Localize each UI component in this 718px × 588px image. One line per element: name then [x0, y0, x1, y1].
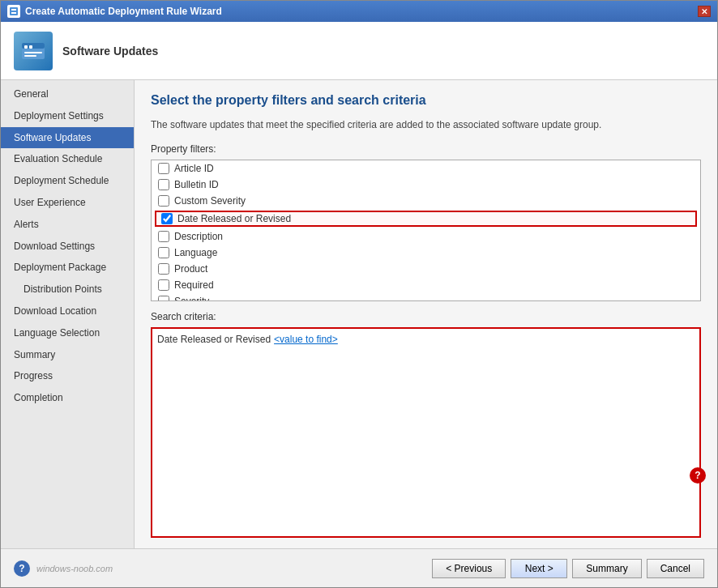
- main-content: Select the property filters and search c…: [135, 80, 717, 548]
- title-bar: Create Automatic Deployment Rule Wizard …: [1, 1, 717, 22]
- filter-item-product: Product: [152, 261, 700, 277]
- sidebar-item-download-settings[interactable]: Download Settings: [1, 236, 134, 258]
- content-area: GeneralDeployment SettingsSoftware Updat…: [1, 80, 717, 548]
- window-icon: [7, 5, 20, 18]
- filter-label: Bulletin ID: [174, 179, 219, 190]
- search-criteria-label: Search criteria:: [151, 311, 701, 322]
- sidebar-item-download-location[interactable]: Download Location: [1, 300, 134, 322]
- sidebar-item-deployment-package[interactable]: Deployment Package: [1, 257, 134, 279]
- page-title: Select the property filters and search c…: [151, 93, 701, 108]
- search-criteria-box: Date Released or Revised <value to find>: [151, 327, 701, 538]
- filter-item-required: Required: [152, 277, 700, 293]
- contextual-help-icon[interactable]: ?: [690, 467, 706, 484]
- footer: ? windows-noob.com < Previous Next > Sum…: [1, 548, 717, 587]
- sidebar-item-evaluation-schedule[interactable]: Evaluation Schedule: [1, 148, 134, 170]
- description-text: The software updates that meet the speci…: [151, 117, 701, 132]
- filter-label: Language: [174, 247, 217, 258]
- search-criteria-item: Date Released or Revised <value to find>: [157, 334, 694, 345]
- filter-item-language: Language: [152, 245, 700, 261]
- sidebar-item-completion[interactable]: Completion: [1, 387, 134, 409]
- search-criteria-text: Date Released or Revised: [157, 334, 271, 345]
- svg-rect-6: [29, 45, 32, 49]
- previous-button[interactable]: < Previous: [432, 559, 506, 578]
- sidebar-item-deployment-schedule[interactable]: Deployment Schedule: [1, 170, 134, 192]
- filter-item-custom-severity: Custom Severity: [152, 193, 700, 209]
- filter-label: Date Released or Revised: [177, 213, 291, 224]
- sidebar-item-progress[interactable]: Progress: [1, 365, 134, 387]
- header-icon: [14, 32, 53, 70]
- header-area: Software Updates: [1, 22, 717, 80]
- filter-label: Description: [174, 231, 223, 242]
- filter-checkbox-severity[interactable]: [158, 296, 169, 301]
- sidebar-item-general[interactable]: General: [1, 83, 134, 105]
- svg-rect-8: [24, 55, 36, 57]
- sidebar-item-software-updates[interactable]: Software Updates: [1, 127, 134, 149]
- header-title: Software Updates: [62, 45, 158, 58]
- svg-rect-2: [11, 12, 16, 14]
- property-filters-label: Property filters:: [151, 143, 701, 155]
- filter-item-description: Description: [152, 228, 700, 245]
- search-criteria-link[interactable]: <value to find>: [274, 334, 338, 345]
- filter-checkbox-date-released-or-revised[interactable]: [161, 213, 173, 224]
- sidebar-item-alerts[interactable]: Alerts: [1, 214, 134, 236]
- main-window: Create Automatic Deployment Rule Wizard …: [0, 0, 718, 588]
- sidebar-item-deployment-settings[interactable]: Deployment Settings: [1, 105, 134, 127]
- sidebar: GeneralDeployment SettingsSoftware Updat…: [1, 80, 135, 548]
- filter-checkbox-bulletin-id[interactable]: [158, 179, 169, 190]
- property-filters-box: Article IDBulletin IDCustom SeverityDate…: [151, 160, 701, 301]
- sidebar-item-distribution-points[interactable]: Distribution Points: [1, 279, 134, 300]
- svg-rect-5: [24, 45, 28, 49]
- filter-item-date-released-or-revised: Date Released or Revised: [155, 211, 697, 227]
- watermark: windows-noob.com: [36, 564, 113, 573]
- filter-label: Article ID: [174, 163, 214, 174]
- svg-rect-7: [24, 52, 42, 53]
- help-icon[interactable]: ?: [14, 560, 30, 577]
- sidebar-item-language-selection[interactable]: Language Selection: [1, 322, 134, 344]
- footer-left: ? windows-noob.com: [14, 560, 113, 577]
- filter-item-article-id: Article ID: [152, 160, 700, 177]
- filter-checkbox-description[interactable]: [158, 231, 169, 242]
- close-button[interactable]: ✕: [698, 6, 711, 17]
- filter-label: Custom Severity: [174, 195, 246, 207]
- filter-item-severity: Severity: [152, 293, 700, 301]
- filter-checkbox-language[interactable]: [158, 247, 169, 258]
- summary-button[interactable]: Summary: [572, 559, 641, 578]
- filter-label: Product: [174, 263, 207, 275]
- filter-checkbox-custom-severity[interactable]: [158, 195, 169, 207]
- filter-checkbox-product[interactable]: [158, 263, 169, 275]
- sidebar-item-user-experience[interactable]: User Experience: [1, 192, 134, 214]
- cancel-button[interactable]: Cancel: [647, 559, 704, 578]
- svg-rect-0: [10, 7, 18, 15]
- filter-checkbox-article-id[interactable]: [158, 163, 169, 174]
- svg-rect-1: [11, 9, 16, 11]
- footer-buttons: < Previous Next > Summary Cancel: [432, 559, 704, 578]
- filter-label: Required: [174, 279, 214, 291]
- filter-item-bulletin-id: Bulletin ID: [152, 177, 700, 193]
- sidebar-item-summary[interactable]: Summary: [1, 344, 134, 366]
- next-button[interactable]: Next >: [511, 559, 567, 578]
- filter-checkbox-required[interactable]: [158, 279, 169, 291]
- filter-label: Severity: [174, 296, 209, 301]
- title-bar-left: Create Automatic Deployment Rule Wizard: [7, 5, 222, 18]
- window-title: Create Automatic Deployment Rule Wizard: [25, 6, 222, 17]
